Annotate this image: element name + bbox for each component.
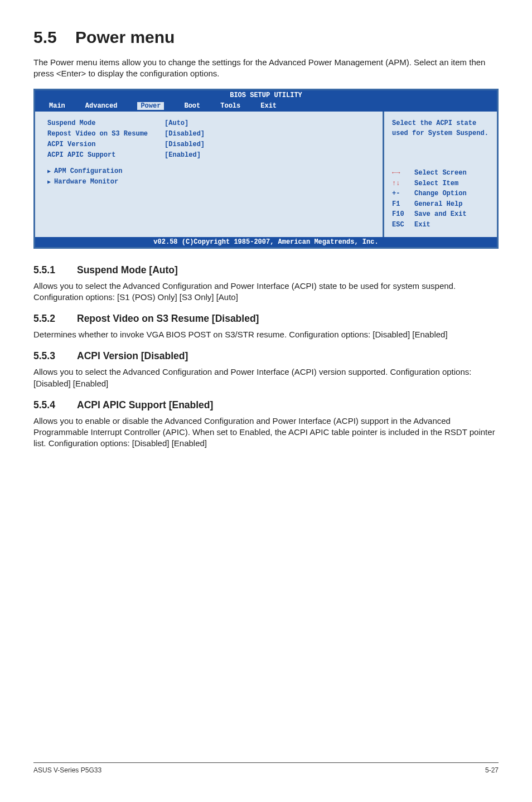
intro-paragraph: The Power menu items allow you to change…	[33, 57, 499, 80]
bios-item-acpi-version[interactable]: ACPI Version	[47, 139, 148, 150]
bios-help-panel: Select the ACPI state used for System Su…	[383, 112, 497, 237]
legend-select-screen: ←→Select Screen	[392, 168, 490, 178]
legend-select-item: ↑↓Select Item	[392, 178, 490, 189]
tab-advanced[interactable]: Advanced	[85, 102, 118, 110]
bios-value-acpi-apic: [Enabled]	[165, 150, 205, 161]
legend-exit: ESCExit	[392, 220, 490, 230]
section-553-body: Allows you to select the Advanced Config…	[33, 366, 499, 389]
section-552-body: Determines whether to invoke VGA BIOS PO…	[33, 329, 499, 340]
bios-value-repost: [Disabled]	[165, 129, 205, 139]
bios-window: BIOS SETUP UTILITY Main Advanced Power B…	[33, 89, 499, 249]
bios-item-repost[interactable]: Repost Video on S3 Resume	[47, 129, 148, 139]
bios-item-suspend[interactable]: Suspend Mode	[47, 118, 148, 129]
triangle-icon: ▶	[47, 167, 54, 176]
legend-change-option: +-Change Option	[392, 189, 490, 199]
bios-title: BIOS SETUP UTILITY	[35, 90, 497, 100]
section-554-body: Allows you to enable or disable the Adva…	[33, 416, 499, 450]
section-551-heading: 5.5.1Suspend Mode [Auto]	[33, 264, 499, 276]
tab-power[interactable]: Power	[137, 102, 164, 110]
triangle-icon: ▶	[47, 178, 54, 187]
heading-title: Power menu	[75, 28, 175, 46]
bios-left-panel: Suspend Mode Repost Video on S3 Resume A…	[35, 112, 383, 237]
page-footer: ASUS V-Series P5G33 5-27	[33, 762, 499, 774]
tab-boot[interactable]: Boot	[184, 102, 200, 110]
bios-menu-bar: Main Advanced Power Boot Tools Exit	[35, 100, 497, 112]
bios-item-values: [Auto] [Disabled] [Disabled] [Enabled]	[165, 118, 205, 209]
arrows-lr-icon: ←→	[392, 168, 411, 178]
bios-value-suspend: [Auto]	[165, 118, 205, 129]
bios-body: Suspend Mode Repost Video on S3 Resume A…	[35, 112, 497, 237]
heading-number: 5.5	[33, 28, 57, 46]
tab-exit[interactable]: Exit	[260, 102, 277, 110]
bios-item-labels: Suspend Mode Repost Video on S3 Resume A…	[47, 118, 148, 209]
bios-subitem-hardware[interactable]: ▶Hardware Monitor	[47, 177, 148, 187]
arrows-ud-icon: ↑↓	[392, 178, 411, 189]
bios-key-legend: ←→Select Screen ↑↓Select Item +-Change O…	[392, 168, 490, 230]
page-heading: 5.5 Power menu	[33, 28, 499, 47]
legend-general-help: F1General Help	[392, 199, 490, 210]
bios-copyright: v02.58 (C)Copyright 1985-2007, American …	[35, 237, 497, 247]
bios-value-acpi-version: [Disabled]	[165, 139, 205, 150]
legend-save-exit: F10Save and Exit	[392, 209, 490, 220]
bios-subitem-apm[interactable]: ▶APM Configuration	[47, 166, 148, 177]
bios-item-acpi-apic[interactable]: ACPI APIC Support	[47, 150, 148, 161]
footer-left: ASUS V-Series P5G33	[33, 766, 101, 774]
section-554-heading: 5.5.4ACPI APIC Support [Enabled]	[33, 399, 499, 411]
tab-main[interactable]: Main	[49, 102, 65, 110]
section-552-heading: 5.5.2Repost Video on S3 Resume [Disabled…	[33, 313, 499, 325]
section-551-body: Allows you to select the Advanced Config…	[33, 281, 499, 303]
footer-right: 5-27	[485, 766, 499, 774]
section-553-heading: 5.5.3ACPI Version [Disabled]	[33, 350, 499, 362]
tab-tools[interactable]: Tools	[220, 102, 240, 110]
bios-help-text: Select the ACPI state used for System Su…	[392, 118, 490, 139]
